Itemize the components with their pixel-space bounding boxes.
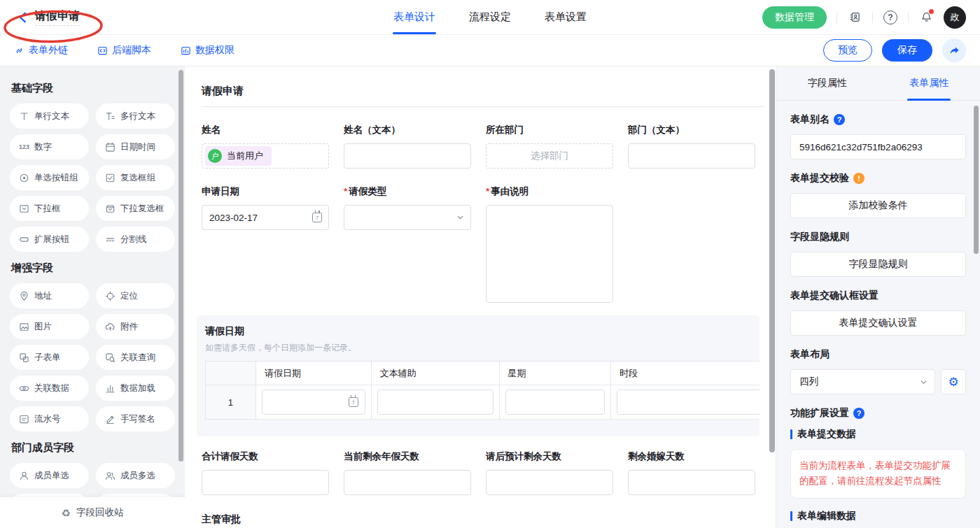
field-apply-date[interactable]: 申请日期 2023-02-17 7: [202, 185, 329, 303]
field-item-divider[interactable]: 分割线: [96, 227, 175, 252]
backend-script-button[interactable]: 后端脚本: [97, 44, 151, 57]
department-text-input[interactable]: [628, 143, 755, 169]
field-item-member-single[interactable]: 成员单选: [10, 463, 89, 488]
help-badge-icon[interactable]: ?: [853, 408, 864, 419]
field-recycle-bin[interactable]: ♻ 字段回收站: [0, 497, 185, 528]
capsule-icon: [19, 234, 29, 245]
tab-form-properties[interactable]: 表单属性: [878, 66, 980, 100]
field-item-multi-line-text[interactable]: 多行文本: [96, 104, 175, 129]
col-text-helper: 文本辅助: [371, 362, 499, 385]
field-name[interactable]: 姓名 户 当前用户: [202, 124, 329, 169]
field-item-data-load[interactable]: 数据加载: [96, 376, 175, 401]
reason-textarea[interactable]: [486, 205, 613, 303]
backend-script-label: 后端脚本: [112, 44, 151, 57]
help-badge-icon[interactable]: ?: [834, 114, 845, 125]
tab-form-design[interactable]: 表单设计: [392, 0, 437, 34]
notification-bell-icon[interactable]: [918, 10, 934, 25]
header-right: 数据管理 ? 政: [762, 6, 980, 29]
toolbar-actions: 预览 保存: [823, 38, 966, 62]
field-total-days[interactable]: 合计请假天数: [202, 450, 329, 495]
panel-scrollbar[interactable]: [974, 106, 979, 254]
field-item-member-multi[interactable]: 成员多选: [96, 463, 175, 488]
layout-select[interactable]: 四列: [790, 369, 935, 394]
cell-leave-date: 7: [255, 385, 371, 420]
field-item-number[interactable]: 123 数字: [10, 134, 89, 159]
field-visibility-button[interactable]: 字段显隐规则: [790, 252, 966, 277]
field-after-remaining[interactable]: 请后预计剩余天数: [486, 450, 613, 495]
row-weekday-input[interactable]: [505, 390, 606, 415]
apply-date-input[interactable]: 2023-02-17 7: [202, 205, 329, 230]
avatar[interactable]: 政: [944, 6, 966, 29]
field-item-address[interactable]: 地址: [10, 283, 89, 308]
form-alias-input[interactable]: 5916d621c32d751fb2a06293: [790, 134, 966, 159]
data-permission-button[interactable]: 数据权限: [181, 44, 234, 57]
add-validation-button[interactable]: 添加校验条件: [790, 193, 966, 218]
field-item-multi-select[interactable]: 下拉复选框: [96, 196, 175, 221]
external-link-button[interactable]: 表单外链: [14, 44, 68, 57]
name-value-box[interactable]: 户 当前用户: [202, 143, 329, 169]
field-name-text[interactable]: 姓名（文本）: [344, 124, 471, 169]
field-item-checkbox-group[interactable]: 复选框组: [96, 165, 175, 190]
row-text-input[interactable]: [377, 390, 493, 415]
checkbox-icon: [105, 173, 115, 183]
field-item-subform[interactable]: 子表单: [10, 345, 89, 370]
help-icon[interactable]: ?: [883, 10, 898, 25]
submit-confirm-button[interactable]: 表单提交确认设置: [790, 311, 966, 336]
leave-type-select[interactable]: [344, 205, 471, 230]
field-annual-remaining[interactable]: 当前剩余年假天数: [344, 450, 471, 495]
row-date-input[interactable]: 7: [262, 390, 365, 415]
field-item-linked-data[interactable]: 关联数据: [10, 376, 89, 401]
field-item-datetime[interactable]: 日期时间: [96, 134, 175, 159]
link-data-icon: [19, 383, 29, 394]
back-icon[interactable]: [17, 11, 29, 24]
top-header: 请假申请 表单设计 流程设定 表单设置 数据管理 ?: [0, 0, 980, 35]
sidebar-scrollbar[interactable]: [178, 70, 183, 462]
form-title-divider: [202, 106, 764, 107]
recycle-icon: ♻: [62, 508, 71, 518]
after-remaining-input[interactable]: [486, 470, 613, 495]
tab-form-setting[interactable]: 表单设置: [543, 0, 588, 34]
total-days-input[interactable]: [202, 470, 329, 495]
location-pin-icon: [19, 291, 29, 301]
field-item-attachment[interactable]: 附件: [96, 314, 175, 339]
canvas-scrollbar[interactable]: [769, 69, 775, 452]
leave-dates-section[interactable]: 请假日期 如需请多天假，每个日期添加一条记录。 请假日期 文本辅助 星期 时段 …: [197, 315, 760, 436]
field-leave-type[interactable]: 请假类型: [344, 185, 471, 303]
share-button[interactable]: [942, 38, 966, 62]
field-reason[interactable]: 事由说明: [486, 185, 613, 303]
annual-remaining-input[interactable]: [344, 470, 471, 495]
data-manage-button[interactable]: 数据管理: [762, 6, 827, 29]
preview-button[interactable]: 预览: [823, 39, 872, 62]
dropdown-icon: [19, 204, 29, 214]
save-button[interactable]: 保存: [882, 39, 932, 62]
leave-dates-table-clip: 请假日期 文本辅助 星期 时段 1 7: [205, 361, 760, 420]
divider: [908, 12, 909, 23]
tab-flow-setting[interactable]: 流程设定: [468, 0, 512, 34]
field-item-location[interactable]: 定位: [96, 283, 175, 308]
field-marriage-remaining[interactable]: 剩余婚嫁天数: [628, 450, 755, 495]
field-item-select[interactable]: 下拉框: [10, 196, 89, 221]
approval-section-title: 主管审批: [202, 513, 764, 526]
form-canvas[interactable]: 请假申请 姓名 户 当前用户 姓名（文本）: [185, 66, 776, 528]
warning-badge-icon[interactable]: !: [853, 173, 864, 184]
name-text-input[interactable]: [344, 143, 471, 169]
field-item-serial-number[interactable]: 流水号: [10, 406, 89, 431]
field-item-lookup-query[interactable]: 关联查询: [96, 345, 175, 370]
edit-data-section-title: 表单编辑数据: [790, 510, 966, 522]
field-department-text[interactable]: 部门（文本）: [628, 124, 755, 169]
address-book-icon[interactable]: [847, 10, 862, 25]
tab-field-properties[interactable]: 字段属性: [776, 66, 878, 100]
form-layout-row: 四列 ⚙: [790, 369, 966, 394]
field-item-signature[interactable]: 手写签名: [96, 406, 175, 431]
field-item-image[interactable]: 图片: [10, 314, 89, 339]
field-item-single-line-text[interactable]: 单行文本: [10, 104, 89, 129]
department-picker[interactable]: 选择部门: [486, 143, 613, 169]
section-title-basic-fields: 基础字段: [11, 82, 175, 95]
row-period-select[interactable]: [617, 390, 760, 415]
share-icon: [948, 45, 960, 57]
field-department[interactable]: 所在部门 选择部门: [486, 124, 613, 169]
field-item-extend-button[interactable]: 扩展按钮: [10, 227, 89, 252]
field-item-radio-group[interactable]: 单选按钮组: [10, 165, 89, 190]
marriage-remaining-input[interactable]: [628, 470, 755, 495]
layout-settings-button[interactable]: ⚙: [941, 369, 966, 394]
